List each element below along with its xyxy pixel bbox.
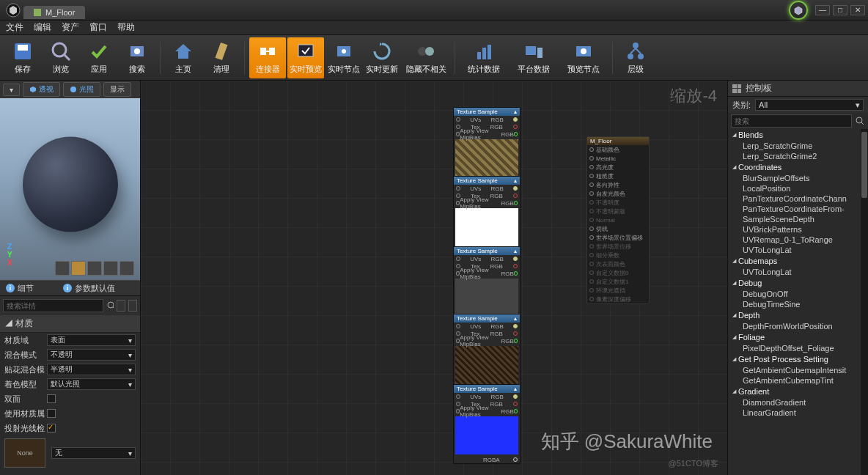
material-graph[interactable]: 缩放-4 Texture Sample▴UVsRGBTexRGBApply Vi… [141,81,727,475]
output-pin[interactable] [514,339,518,343]
palette-item[interactable]: DebugTimeSine [728,299,868,309]
toolbar-livenode-button[interactable]: 实时节点 [326,37,362,78]
toolbar-connector-button[interactable]: 连接器 [249,37,286,78]
texture-sample-node[interactable]: Texture Sample▴UVsRGBTexRGBApply View Mi… [453,107,521,187]
material-input-pin[interactable]: 自定义数据1 [587,277,649,286]
category-dropdown[interactable]: All▾ [755,99,864,111]
texture-thumbnail[interactable]: None [4,438,45,468]
swatch-dropdown[interactable]: 无▾ [51,447,136,459]
palette-item[interactable]: Lerp_ScratchGrime [728,141,868,151]
output-pin[interactable] [514,201,518,205]
output-pin[interactable] [513,264,518,268]
output-pin[interactable] [513,331,518,336]
material-input-pin[interactable]: 自发光颜色 [587,189,649,198]
palette-category[interactable]: Blends [728,129,868,141]
checkbox[interactable] [47,394,56,403]
palette-item[interactable]: LinearGradient [728,408,868,418]
output-pin[interactable] [513,324,518,328]
toolbar-hierarchy-button[interactable]: 层级 [617,37,654,78]
input-pin[interactable] [456,394,460,399]
menu-help[interactable]: 帮助 [117,21,135,34]
tab-defaults[interactable]: i参数默认值 [57,281,121,295]
palette-item[interactable]: DepthFromWorldPosition [728,321,868,331]
palette-item[interactable]: SampleSceneDepth [728,214,868,224]
material-input-pin[interactable]: 不透明度 [587,198,649,207]
output-pin[interactable] [513,117,518,122]
palette-item[interactable]: UVToLongLat [728,245,868,255]
checkbox[interactable] [47,424,56,432]
palette-category[interactable]: Depth [728,309,868,321]
toolbar-browse-button[interactable]: 浏览 [43,37,79,78]
scroll-thumb[interactable] [861,132,867,198]
toolbar-stats-button[interactable]: 统计数据 [460,37,508,78]
toolbar-save-button[interactable]: 保存 [4,37,41,78]
toolbar-previewnode-button[interactable]: 预览节点 [559,37,608,78]
toolbar-home-button[interactable]: 主页 [165,37,202,78]
toolbar-liveupdate-button[interactable]: 实时更新 [364,37,400,78]
palette-item[interactable]: DiamondGradient [728,397,868,408]
material-input-pin[interactable]: 像素深度偏移 [587,295,649,303]
palette-category[interactable]: Get Post Process Setting [728,353,868,365]
texture-sample-node[interactable]: Texture Sample▴UVsRGBTexRGBApply View Mi… [453,384,521,464]
eye-icon[interactable] [128,300,137,312]
maximize-button[interactable]: □ [833,5,847,15]
output-pin[interactable] [514,132,518,136]
material-input-pin[interactable]: 环境光遮挡 [587,286,649,295]
search-icon[interactable] [106,301,114,311]
preview-viewport[interactable]: ZYX [0,98,140,280]
palette-item[interactable]: GetAmbientCubemapIntensit [728,365,868,375]
palette-item[interactable]: PanTextureCoordinateFrom- [728,204,868,214]
material-input-pin[interactable]: 次表面颜色 [587,259,649,268]
material-output-node[interactable]: M_Floor 基础颜色Metallic高光度粗糙度各向异性自发光颜色不透明度不… [586,136,650,304]
toolbar-clean-button[interactable]: 清理 [203,37,240,78]
palette-search-input[interactable] [731,114,852,128]
material-input-pin[interactable]: 切线 [587,224,649,233]
input-pin[interactable] [456,324,460,328]
prop-dropdown[interactable]: 不透明▾ [47,349,136,361]
lighting-button[interactable]: 光照 [63,82,100,97]
output-pin[interactable] [514,409,518,413]
material-input-pin[interactable]: 细分乘数 [587,251,649,259]
material-input-pin[interactable]: 高光度 [587,163,649,172]
prop-dropdown[interactable]: 半透明▾ [47,364,136,375]
checkbox[interactable] [47,409,56,418]
toolbar-search-button[interactable]: 搜索 [119,37,155,78]
prop-dropdown[interactable]: 表面▾ [47,334,136,346]
output-pin[interactable] [513,194,518,198]
shape-cylinder[interactable] [55,261,70,276]
material-input-pin[interactable]: 各向异性 [587,180,649,189]
output-pin[interactable] [514,271,518,276]
close-button[interactable]: ✕ [850,5,865,15]
material-input-pin[interactable]: 自定义数据0 [587,268,649,277]
toolbar-platform-button[interactable]: 平台数据 [510,37,558,78]
palette-category[interactable]: Debug [728,277,868,289]
prop-dropdown[interactable]: 默认光照▾ [47,378,136,390]
shape-custom[interactable] [119,261,134,276]
material-input-pin[interactable]: 粗糙度 [587,172,649,180]
details-search-input[interactable] [3,299,103,312]
input-pin[interactable] [456,257,460,261]
shape-cube[interactable] [103,261,118,276]
palette-item[interactable]: PixelDepthOffset_Foliage [728,343,868,353]
palette-item[interactable]: Lerp_ScratchGrime2 [728,151,868,161]
input-pin[interactable] [456,117,460,122]
palette-category[interactable]: Foliage [728,331,868,343]
tab-details[interactable]: i细节 [0,281,40,295]
palette-item[interactable]: GetAmbientCubemapTint [728,375,868,386]
palette-item[interactable]: BlurSampleOffsets [728,173,868,183]
material-input-pin[interactable]: 不透明蒙版 [587,207,649,216]
toolbar-apply-button[interactable]: 应用 [81,37,117,78]
scrollbar[interactable] [861,129,868,475]
palette-category[interactable]: Cubemaps [728,255,868,267]
material-input-pin[interactable]: Metallic [587,154,649,163]
search-icon[interactable] [855,116,865,126]
palette-item[interactable]: UVRemap_0-1_ToRange [728,235,868,245]
filter-icon[interactable] [117,300,125,312]
perspective-button[interactable]: 透视 [23,82,60,97]
output-pin[interactable] [513,394,518,399]
minimize-button[interactable]: — [815,5,830,15]
show-button[interactable]: 显示 [103,82,131,97]
toolbar-live-button[interactable]: 实时预览 [287,37,324,78]
output-pin[interactable] [513,257,518,261]
material-category[interactable]: ◢ 材质 [0,315,140,333]
